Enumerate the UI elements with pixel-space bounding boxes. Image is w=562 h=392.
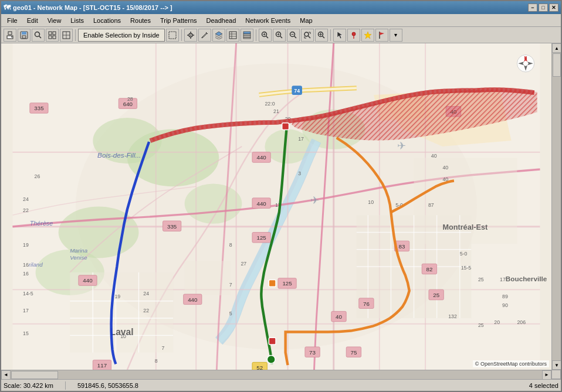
menu-network-events[interactable]: Network Events xyxy=(241,16,295,25)
select-mode-button[interactable] xyxy=(166,29,179,42)
menu-locations[interactable]: Locations xyxy=(89,16,126,25)
status-bar: Scale: 30.422 km 591845.6, 5053655.8 4 s… xyxy=(1,379,561,391)
scroll-right-button[interactable]: ► xyxy=(542,370,551,380)
svg-text:Bois-des-Fill...: Bois-des-Fill... xyxy=(97,151,141,159)
svg-line-33 xyxy=(280,36,282,38)
svg-text:440: 440 xyxy=(256,200,266,207)
zoom-rect-button[interactable] xyxy=(259,29,272,42)
layers-button[interactable] xyxy=(212,29,225,42)
svg-text:N: N xyxy=(524,56,527,60)
svg-text:24: 24 xyxy=(23,196,29,202)
svg-rect-9 xyxy=(49,32,52,35)
scroll-up-button[interactable]: ▲ xyxy=(552,43,561,53)
pencil-button[interactable] xyxy=(198,29,211,42)
svg-line-42 xyxy=(322,36,324,38)
svg-text:Venise: Venise xyxy=(70,254,87,261)
svg-text:335: 335 xyxy=(167,223,177,230)
flag-button[interactable] xyxy=(375,29,388,42)
svg-text:5-0: 5-0 xyxy=(460,251,468,257)
svg-text:83: 83 xyxy=(399,243,405,250)
svg-text:75: 75 xyxy=(350,349,357,356)
svg-text:440: 440 xyxy=(83,277,93,284)
scroll-thumb-horizontal[interactable] xyxy=(11,371,58,379)
svg-rect-27 xyxy=(243,38,250,39)
svg-point-18 xyxy=(190,35,191,36)
svg-text:24: 24 xyxy=(143,291,149,296)
toolbar: Enable Selection by Inside xyxy=(1,27,561,43)
svg-text:8: 8 xyxy=(229,242,232,248)
svg-text:Boucherville: Boucherville xyxy=(506,275,547,282)
svg-text:26: 26 xyxy=(35,173,40,179)
svg-text:82: 82 xyxy=(426,266,432,272)
svg-text:7: 7 xyxy=(162,345,165,351)
menu-map[interactable]: Map xyxy=(295,16,317,25)
svg-line-8 xyxy=(39,36,42,38)
zoom-in-button[interactable] xyxy=(273,29,286,42)
table1-button[interactable] xyxy=(226,29,239,42)
more-button[interactable]: ▾ xyxy=(390,29,402,42)
scroll-down-button[interactable]: ▼ xyxy=(552,360,561,370)
menu-lists[interactable]: Lists xyxy=(66,16,89,25)
svg-text:16: 16 xyxy=(23,262,29,268)
svg-text:87: 87 xyxy=(428,202,434,207)
enable-selection-inside-button[interactable]: Enable Selection by Inside xyxy=(78,29,165,42)
svg-rect-20 xyxy=(229,32,236,39)
save-button[interactable] xyxy=(18,29,31,42)
menu-view[interactable]: View xyxy=(43,16,66,25)
svg-rect-16 xyxy=(169,32,176,39)
pointer-button[interactable] xyxy=(333,29,346,42)
zoom-out-button[interactable] xyxy=(287,29,300,42)
grid1-button[interactable] xyxy=(46,29,59,42)
svg-rect-11 xyxy=(49,36,52,39)
separator-3 xyxy=(256,29,256,41)
svg-text:89: 89 xyxy=(502,294,508,299)
svg-point-184 xyxy=(267,356,275,364)
svg-point-7 xyxy=(35,32,40,36)
minimize-button[interactable]: − xyxy=(528,4,537,12)
svg-point-39 xyxy=(304,32,309,36)
svg-text:27: 27 xyxy=(241,261,246,267)
close-button[interactable]: ✕ xyxy=(549,4,558,12)
svg-rect-181 xyxy=(282,123,289,130)
svg-text:19: 19 xyxy=(114,294,120,299)
menu-bar: File Edit View Lists Locations Routes Tr… xyxy=(1,14,561,27)
menu-trip-patterns[interactable]: Trip Patterns xyxy=(155,16,202,25)
svg-rect-183 xyxy=(269,338,276,345)
svg-point-3 xyxy=(11,36,12,38)
svg-text:440: 440 xyxy=(188,296,198,303)
svg-text:riland: riland xyxy=(29,261,43,268)
menu-edit[interactable]: Edit xyxy=(22,16,43,25)
scroll-track-vertical[interactable] xyxy=(552,53,561,360)
search-button[interactable] xyxy=(32,29,45,42)
table2-button[interactable] xyxy=(241,29,253,42)
menu-file[interactable]: File xyxy=(2,16,22,25)
svg-text:21: 21 xyxy=(273,108,279,114)
scroll-track-horizontal[interactable] xyxy=(11,370,542,380)
svg-text:5: 5 xyxy=(229,311,232,316)
svg-text:25: 25 xyxy=(478,322,484,328)
svg-marker-45 xyxy=(364,32,371,39)
horizontal-scrollbar[interactable]: ◄ ► xyxy=(1,370,551,379)
svg-text:52: 52 xyxy=(256,364,263,370)
window-controls: − □ ✕ xyxy=(528,4,558,12)
vertical-scrollbar[interactable]: ▲ ▼ xyxy=(551,43,561,370)
svg-line-29 xyxy=(266,36,268,38)
maximize-button[interactable]: □ xyxy=(539,4,548,12)
window-icon: 🗺 xyxy=(4,4,11,12)
grid2-button[interactable] xyxy=(60,29,73,42)
scroll-thumb-vertical[interactable] xyxy=(553,53,561,77)
svg-line-37 xyxy=(294,36,296,38)
print-button[interactable] xyxy=(4,29,16,42)
svg-text:125: 125 xyxy=(256,234,266,241)
star-button[interactable] xyxy=(361,29,374,42)
menu-deadhead[interactable]: Deadhead xyxy=(202,16,241,25)
scroll-left-button[interactable]: ◄ xyxy=(1,370,11,380)
settings-button[interactable] xyxy=(184,29,197,42)
zoom-fit-button[interactable] xyxy=(301,29,314,42)
scale-label: Scale: 30.422 km xyxy=(4,382,53,389)
map-container[interactable]: 74 335 640 40 440 440 335 440 11 xyxy=(1,43,561,379)
svg-rect-1 xyxy=(8,32,12,35)
pin-button[interactable] xyxy=(347,29,360,42)
menu-routes[interactable]: Routes xyxy=(126,16,155,25)
zoom-move-button[interactable] xyxy=(315,29,328,42)
